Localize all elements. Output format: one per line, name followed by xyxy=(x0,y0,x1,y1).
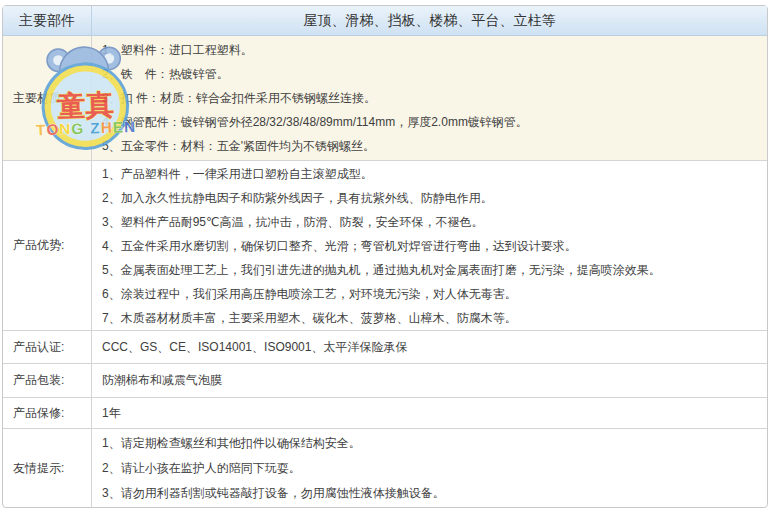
advantages-item: 7、木质器材材质丰富，主要采用塑木、碳化木、菠萝格、山樟木、防腐木等。 xyxy=(102,306,757,330)
spec-row-materials: 主要材质: 1、塑料件：进口工程塑料。 2、铁 件：热镀锌管。 3、扣 件：材质… xyxy=(3,36,767,161)
spec-row-advantages: 产品优势: 1、产品塑料件，一律采用进口塑粉自主滚塑成型。 2、加入永久性抗静电… xyxy=(3,161,767,331)
tips-list: 1、请定期检查螺丝和其他扣件以确保结构安全。 2、请让小孩在监护人的陪同下玩耍。… xyxy=(102,431,757,506)
advantages-item: 4、五金件采用水磨切割，确保切口整齐、光滑；弯管机对焊管进行弯曲，达到设计要求。 xyxy=(102,234,757,258)
advantages-label: 产品优势: xyxy=(3,161,92,330)
materials-item: 2、铁 件：热镀锌管。 xyxy=(102,62,757,86)
tips-label: 友情提示: xyxy=(3,429,92,507)
packaging-value: 防潮棉布和减震气泡膜 xyxy=(92,364,767,397)
main-parts-value: 屋顶、滑梯、挡板、楼梯、平台、立柱等 xyxy=(92,6,767,35)
advantages-item: 3、塑料件产品耐95℃高温，抗冲击，防滑、防裂，安全环保，不褪色。 xyxy=(102,210,757,234)
tips-item: 1、请定期检查螺丝和其他扣件以确保结构安全。 xyxy=(102,431,757,456)
spec-row-packaging: 产品包装: 防潮棉布和减震气泡膜 xyxy=(3,364,767,398)
materials-list: 1、塑料件：进口工程塑料。 2、铁 件：热镀锌管。 3、扣 件：材质：锌合金扣件… xyxy=(102,38,757,158)
spec-row-tips: 友情提示: 1、请定期检查螺丝和其他扣件以确保结构安全。 2、请让小孩在监护人的… xyxy=(3,429,767,507)
advantages-item: 6、涂装过程中，我们采用高压静电喷涂工艺，对环境无污染，对人体无毒害。 xyxy=(102,282,757,306)
warranty-value: 1年 xyxy=(92,398,767,428)
advantages-item: 2、加入永久性抗静电因子和防紫外线因子，具有抗紫外线、防静电作用。 xyxy=(102,186,757,210)
materials-item: 3、扣 件：材质：锌合金扣件采用不锈钢螺丝连接。 xyxy=(102,86,757,110)
advantages-item: 5、金属表面处理工艺上，我们引进先进的抛丸机，通过抛丸机对金属表面打磨，无污染，… xyxy=(102,258,757,282)
materials-item: 5、五金零件：材料：五金'紧固件均为不锈钢螺丝。 xyxy=(102,134,757,158)
certification-value: CCC、GS、CE、ISO14001、ISO9001、太平洋保险承保 xyxy=(92,331,767,363)
main-parts-label: 主要部件 xyxy=(3,6,92,35)
spec-row-main-parts: 主要部件 屋顶、滑梯、挡板、楼梯、平台、立柱等 xyxy=(3,6,767,36)
advantages-value: 1、产品塑料件，一律采用进口塑粉自主滚塑成型。 2、加入永久性抗静电因子和防紫外… xyxy=(92,161,767,330)
materials-item: 4、钢管配件：镀锌钢管外径28/32/38/48/89mm/114mm，厚度2.… xyxy=(102,110,757,134)
tips-item: 2、请让小孩在监护人的陪同下玩耍。 xyxy=(102,456,757,481)
advantages-list: 1、产品塑料件，一律采用进口塑粉自主滚塑成型。 2、加入永久性抗静电因子和防紫外… xyxy=(102,162,757,330)
product-spec-table: 主要部件 屋顶、滑梯、挡板、楼梯、平台、立柱等 主要材质: 1、塑料件：进口工程… xyxy=(2,5,768,508)
certification-label: 产品认证: xyxy=(3,331,92,363)
spec-row-certification: 产品认证: CCC、GS、CE、ISO14001、ISO9001、太平洋保险承保 xyxy=(3,331,767,364)
materials-value: 1、塑料件：进口工程塑料。 2、铁 件：热镀锌管。 3、扣 件：材质：锌合金扣件… xyxy=(92,36,767,160)
tips-item: 3、请勿用利器刮割或钝器敲打设备，勿用腐蚀性液体接触设备。 xyxy=(102,481,757,506)
spec-row-warranty: 产品保修: 1年 xyxy=(3,398,767,429)
warranty-label: 产品保修: xyxy=(3,398,92,428)
packaging-label: 产品包装: xyxy=(3,364,92,397)
materials-item: 1、塑料件：进口工程塑料。 xyxy=(102,38,757,62)
tips-value: 1、请定期检查螺丝和其他扣件以确保结构安全。 2、请让小孩在监护人的陪同下玩耍。… xyxy=(92,429,767,507)
materials-label: 主要材质: xyxy=(3,36,92,160)
advantages-item: 1、产品塑料件，一律采用进口塑粉自主滚塑成型。 xyxy=(102,162,757,186)
